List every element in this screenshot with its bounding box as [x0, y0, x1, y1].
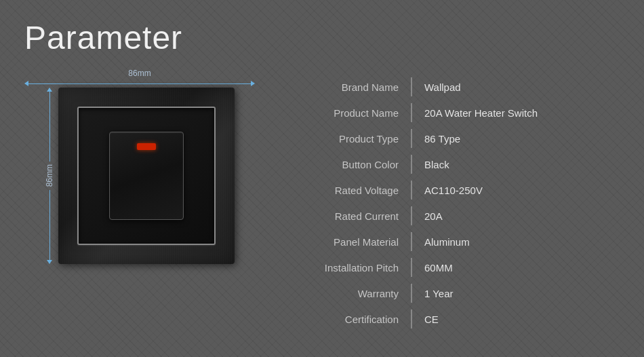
- dimension-label-top: 86mm: [128, 69, 150, 78]
- spec-row: Warranty1 Year: [282, 280, 620, 306]
- spec-label: Product Type: [282, 133, 411, 145]
- spec-value: Wallpad: [412, 81, 461, 93]
- spec-row: Panel MaterialAluminum: [282, 229, 620, 255]
- spec-value: 60MM: [412, 262, 453, 274]
- spec-label: Panel Material: [282, 236, 411, 248]
- page-title: Parameter: [24, 19, 620, 56]
- spec-value: 20A Water Heater Switch: [412, 107, 538, 119]
- spec-row: Installation Pitch60MM: [282, 255, 620, 280]
- spec-label: Certification: [282, 314, 411, 325]
- switch-indicator-light: [137, 143, 156, 150]
- specs-table: Brand NameWallpadProduct Name20A Water H…: [282, 74, 620, 332]
- spec-label: Product Name: [282, 107, 411, 119]
- spec-value: Black: [412, 159, 449, 170]
- spec-value: CE: [412, 314, 439, 325]
- spec-row: Rated Current20A: [282, 203, 620, 229]
- product-and-vdim: 86mm: [45, 88, 235, 264]
- horizontal-dimension-row: [24, 81, 255, 86]
- spec-row: Rated VoltageAC110-250V: [282, 177, 620, 203]
- switch-plate: [58, 88, 235, 264]
- spec-row: Brand NameWallpad: [282, 74, 620, 100]
- spec-label: Rated Voltage: [282, 185, 411, 196]
- dimension-label-vertical: 86mm: [45, 162, 54, 189]
- spec-value: 20A: [412, 210, 443, 222]
- product-image-container: 86mm 86mm: [24, 69, 255, 264]
- spec-value: 1 Year: [412, 288, 454, 299]
- dim-arrow-down-icon: [47, 260, 52, 264]
- spec-value: 86 Type: [412, 133, 460, 145]
- spec-value: AC110-250V: [412, 185, 483, 196]
- dim-line-horizontal: [28, 83, 251, 84]
- spec-row: CertificationCE: [282, 306, 620, 332]
- spec-row: Product Name20A Water Heater Switch: [282, 100, 620, 126]
- spec-value: Aluminum: [412, 236, 470, 248]
- vertical-dimension-container: 86mm: [45, 88, 54, 264]
- spec-label: Rated Current: [282, 210, 411, 222]
- spec-row: Product Type86 Type: [282, 126, 620, 151]
- spec-row: Button ColorBlack: [282, 151, 620, 177]
- spec-label: Brand Name: [282, 81, 411, 93]
- spec-label: Warranty: [282, 288, 411, 299]
- content-area: 86mm 86mm: [24, 69, 620, 332]
- switch-button[interactable]: [109, 132, 184, 220]
- dim-line-vertical: [49, 92, 50, 162]
- switch-plate-inner: [77, 107, 216, 245]
- spec-label: Installation Pitch: [282, 262, 411, 274]
- spec-label: Button Color: [282, 159, 411, 170]
- dim-line-vertical-2: [49, 190, 50, 260]
- dim-arrow-right-icon: [251, 81, 255, 86]
